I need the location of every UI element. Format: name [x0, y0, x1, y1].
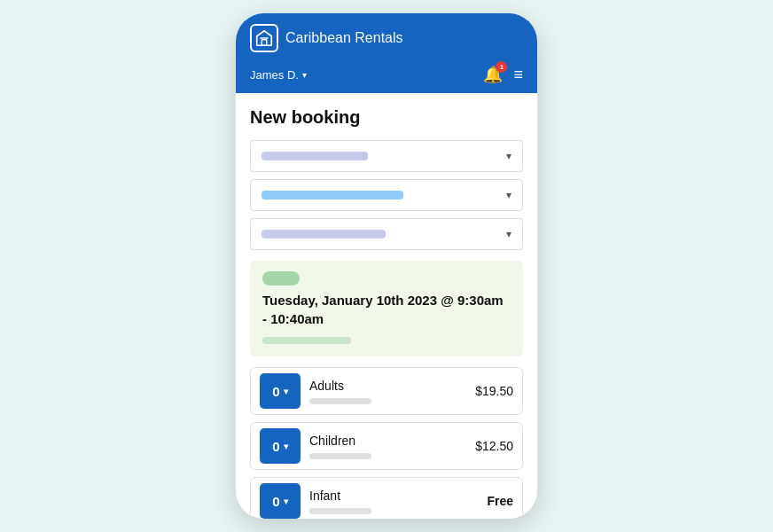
user-name-area[interactable]: James D. ▾: [250, 68, 307, 82]
adults-qty-arrow: ▾: [284, 387, 288, 396]
infant-price: Free: [487, 494, 513, 508]
app-title: Caribbean Rentals: [285, 30, 403, 46]
hamburger-menu-icon[interactable]: ≡: [513, 66, 523, 84]
adults-label: Adults: [309, 379, 344, 393]
notification-bell[interactable]: 🔔 1: [483, 65, 503, 84]
infant-qty-value: 0: [272, 494, 279, 509]
children-qty-btn[interactable]: 0 ▾: [260, 428, 301, 464]
date-sub-bar: [262, 337, 351, 344]
dropdown-1[interactable]: ▾: [250, 140, 523, 172]
infant-row: 0 ▾ Infant Free: [250, 477, 523, 519]
dropdown-3-arrow: ▾: [506, 228, 511, 240]
infant-info: Infant: [309, 488, 480, 514]
app-header: Caribbean Rentals: [250, 24, 523, 59]
header-icons: 🔔 1 ≡: [483, 65, 523, 84]
infant-sub-bar: [309, 508, 371, 514]
phone-frame: Caribbean Rentals James D. ▾ 🔔 1 ≡ New b…: [236, 13, 537, 519]
notification-badge: 1: [496, 61, 507, 73]
date-tag: [262, 271, 300, 286]
date-section: Tuesday, January 10th 2023 @ 9:30am - 10…: [250, 261, 523, 356]
dropdown-1-arrow: ▾: [506, 150, 511, 162]
app-logo-icon: [250, 24, 278, 52]
dropdown-3-value: [262, 230, 386, 239]
infant-label: Infant: [309, 489, 340, 503]
adults-row: 0 ▾ Adults $19.50: [250, 367, 523, 415]
page-title: New booking: [250, 107, 523, 128]
date-text: Tuesday, January 10th 2023 @ 9:30am - 10…: [262, 291, 511, 328]
content-area: New booking ▾ ▾ ▾ Tuesday, January 10th …: [236, 93, 537, 519]
children-qty-value: 0: [272, 439, 279, 454]
top-bar: Caribbean Rentals James D. ▾ 🔔 1 ≡: [236, 13, 537, 93]
user-name-text: James D.: [250, 68, 299, 82]
children-price: $12.50: [475, 439, 513, 453]
svg-rect-0: [262, 40, 267, 45]
user-bar: James D. ▾ 🔔 1 ≡: [250, 59, 523, 93]
children-sub-bar: [309, 453, 371, 459]
app-logo-area: Caribbean Rentals: [250, 24, 403, 52]
dropdown-2[interactable]: ▾: [250, 179, 523, 211]
adults-qty-btn[interactable]: 0 ▾: [260, 373, 301, 409]
adults-sub-bar: [309, 398, 371, 404]
adults-info: Adults: [309, 378, 468, 404]
dropdown-3[interactable]: ▾: [250, 218, 523, 250]
infant-qty-arrow: ▾: [284, 497, 288, 506]
adults-qty-value: 0: [272, 384, 279, 399]
children-label: Children: [309, 434, 355, 448]
children-row: 0 ▾ Children $12.50: [250, 422, 523, 470]
children-info: Children: [309, 433, 468, 459]
infant-qty-btn[interactable]: 0 ▾: [260, 483, 301, 519]
adults-price: $19.50: [475, 384, 513, 398]
children-qty-arrow: ▾: [284, 442, 288, 451]
dropdown-1-value: [262, 152, 368, 160]
dropdown-2-arrow: ▾: [506, 189, 511, 201]
dropdown-2-value: [262, 191, 403, 200]
user-dropdown-arrow: ▾: [302, 70, 307, 80]
